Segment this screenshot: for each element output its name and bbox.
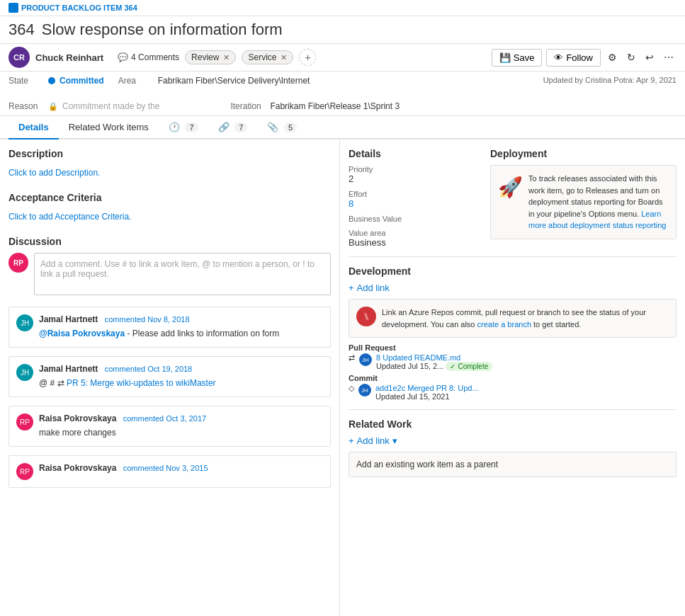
add-link-icon: + bbox=[349, 283, 354, 293]
follow-button[interactable]: 👁 Follow bbox=[546, 49, 601, 67]
product-label: PRODUCT BACKLOG ITEM 364 bbox=[9, 3, 137, 13]
tag-review: Review ✕ bbox=[185, 50, 236, 64]
undo-button[interactable]: ↩ bbox=[642, 49, 657, 66]
right-panel: Details Priority 2 Effort 8 Business Val… bbox=[340, 139, 685, 616]
commit-icon: ◇ bbox=[349, 384, 354, 393]
deployment-section: Deployment 🚀 To track releases associate… bbox=[490, 148, 676, 248]
main-content: Description Click to add Description. Ac… bbox=[0, 139, 685, 616]
links-icon: 🔗 bbox=[218, 122, 230, 132]
pr-label: Pull Request bbox=[349, 343, 676, 352]
check-icon: ✓ bbox=[450, 363, 455, 370]
dev-info-box: ⑊ Link an Azure Repos commit, pull reque… bbox=[349, 299, 676, 338]
tag-service: Service ✕ bbox=[242, 50, 293, 64]
related-work-section: Related Work + Add link ▾ Add an existin… bbox=[349, 418, 676, 477]
lock-icon: 🔒 bbox=[48, 102, 58, 111]
effort-value[interactable]: 8 bbox=[349, 198, 476, 209]
pr-link[interactable]: PR 5: Merge wiki-updates to wikiMaster bbox=[67, 378, 216, 388]
tab-attachments[interactable]: 📎 5 bbox=[257, 116, 307, 139]
comments-button[interactable]: 💬 4 Comments bbox=[118, 52, 179, 62]
discussion-title: Discussion bbox=[9, 236, 331, 247]
comment-3-date[interactable]: commented Oct 3, 2017 bbox=[123, 414, 206, 423]
comment-1: JH Jamal Hartnett commented Nov 8, 2018 … bbox=[9, 307, 331, 348]
description-add[interactable]: Click to add Description. bbox=[9, 165, 331, 181]
development-title: Development bbox=[349, 266, 676, 277]
area-value[interactable]: Fabrikam Fiber\Service Delivery\Internet bbox=[158, 76, 310, 86]
related-add-icon: + bbox=[349, 435, 354, 446]
tab-history[interactable]: 🕐 7 bbox=[159, 116, 208, 139]
deployment-title: Deployment bbox=[490, 148, 676, 159]
acceptance-criteria-add[interactable]: Click to add Acceptance Criteria. bbox=[9, 209, 331, 224]
comment-4-author: Raisa Pokrovskaya bbox=[39, 463, 116, 473]
commit-avatar: JH bbox=[358, 384, 371, 397]
comment-1-text: @Raisa Pokrovskaya - Please add links to… bbox=[39, 327, 323, 340]
top-bar: PRODUCT BACKLOG ITEM 364 bbox=[0, 0, 685, 16]
tab-links[interactable]: 🔗 7 bbox=[208, 116, 258, 139]
comment-1-avatar: JH bbox=[16, 314, 33, 331]
existing-work-item-box[interactable]: Add an existing work item as a parent bbox=[349, 452, 676, 477]
commit-entry: ◇ JH add1e2c Merged PR 8: Upd... Updated… bbox=[349, 384, 676, 401]
attachment-icon: 📎 bbox=[267, 122, 278, 132]
reason-field: Reason 🔒 Commitment made by the bbox=[9, 101, 159, 111]
related-work-title: Related Work bbox=[349, 418, 676, 430]
history-icon: 🕐 bbox=[169, 122, 180, 132]
tab-details[interactable]: Details bbox=[9, 116, 59, 139]
comment-3-avatar: RP bbox=[16, 413, 33, 430]
add-tag-button[interactable]: + bbox=[299, 49, 316, 66]
toolbar-right: 💾 Save 👁 Follow ⚙ ↻ ↩ ⋯ bbox=[492, 49, 676, 67]
comment-1-date[interactable]: commented Nov 8, 2018 bbox=[105, 315, 190, 324]
comment-3: RP Raisa Pokrovskaya commented Oct 3, 20… bbox=[9, 406, 331, 447]
state-value[interactable]: Committed bbox=[60, 76, 104, 86]
comment-2-date[interactable]: commented Oct 19, 2018 bbox=[105, 365, 193, 373]
follow-icon: 👁 bbox=[554, 52, 563, 63]
priority-label: Priority bbox=[349, 165, 476, 173]
comment-4-body: Raisa Pokrovskaya commented Nov 3, 2015 bbox=[39, 463, 323, 480]
title-row: 364 Slow response on information form bbox=[0, 16, 685, 44]
details-title: Details bbox=[349, 148, 476, 159]
left-panel: Description Click to add Description. Ac… bbox=[0, 139, 340, 616]
value-area-value[interactable]: Business bbox=[349, 237, 476, 248]
acceptance-criteria-section: Acceptance Criteria Click to add Accepta… bbox=[9, 192, 331, 224]
business-value-label: Business Value bbox=[349, 215, 476, 223]
comment-input[interactable]: Add a comment. Use # to link a work item… bbox=[34, 253, 331, 295]
description-title: Description bbox=[9, 148, 331, 159]
tab-related-work[interactable]: Related Work items bbox=[59, 116, 159, 139]
discussion-section: Discussion RP Add a comment. Use # to li… bbox=[9, 236, 331, 488]
details-deployment-row: Details Priority 2 Effort 8 Business Val… bbox=[349, 148, 676, 248]
pr-status-badge: ✓ Complete bbox=[446, 362, 492, 371]
save-button[interactable]: 💾 Save bbox=[492, 49, 543, 67]
comment-input-area: RP Add a comment. Use # to link a work i… bbox=[9, 253, 331, 295]
comment-icon: 💬 bbox=[118, 52, 128, 62]
state-field: State Committed bbox=[9, 76, 104, 86]
updated-by: Updated by Cristina Potra: Apr 9, 2021 bbox=[543, 76, 676, 84]
comment-4: RP Raisa Pokrovskaya commented Nov 3, 20… bbox=[9, 455, 331, 488]
dropdown-chevron-icon: ▾ bbox=[392, 435, 397, 446]
user-name: Chuck Reinhart bbox=[35, 52, 103, 63]
value-area-label: Value area bbox=[349, 229, 476, 237]
area-field: Area Fabrikam Fiber\Service Delivery\Int… bbox=[118, 76, 310, 86]
tabs-row: Details Related Work items 🕐 7 🔗 7 📎 5 bbox=[0, 116, 685, 139]
meta-row: State Committed Area Fabrikam Fiber\Serv… bbox=[0, 72, 685, 116]
description-section: Description Click to add Description. bbox=[9, 148, 331, 181]
commit-title[interactable]: add1e2c Merged PR 8: Upd... bbox=[375, 384, 479, 392]
reason-value: Commitment made by the bbox=[62, 101, 159, 111]
pr-title[interactable]: 8 Updated README.md bbox=[376, 353, 460, 362]
remove-review-tag[interactable]: ✕ bbox=[223, 53, 230, 62]
comment-1-author: Jamal Hartnett bbox=[39, 314, 98, 324]
acceptance-criteria-title: Acceptance Criteria bbox=[9, 192, 331, 203]
iteration-value[interactable]: Fabrikam Fiber\Release 1\Sprint 3 bbox=[270, 101, 400, 111]
refresh-button[interactable]: ↻ bbox=[624, 49, 638, 66]
priority-value[interactable]: 2 bbox=[349, 173, 476, 184]
dev-add-link-button[interactable]: + Add link bbox=[349, 283, 676, 293]
more-options-button[interactable]: ⋯ bbox=[661, 49, 676, 66]
comment-3-body: Raisa Pokrovskaya commented Oct 3, 2017 … bbox=[39, 413, 323, 439]
remove-service-tag[interactable]: ✕ bbox=[281, 53, 287, 62]
comment-4-date[interactable]: commented Nov 3, 2015 bbox=[123, 464, 208, 472]
create-branch-link[interactable]: create a branch bbox=[477, 320, 531, 329]
comment-2-avatar: JH bbox=[16, 364, 33, 381]
related-add-link-button[interactable]: + Add link ▾ bbox=[349, 435, 676, 446]
deployment-icon: 🚀 bbox=[498, 173, 523, 232]
current-user-avatar: RP bbox=[9, 253, 28, 273]
settings-button[interactable]: ⚙ bbox=[605, 49, 620, 66]
comment-1-body: Jamal Hartnett commented Nov 8, 2018 @Ra… bbox=[39, 314, 323, 340]
iteration-field: Iteration Fabrikam Fiber\Release 1\Sprin… bbox=[230, 101, 400, 111]
